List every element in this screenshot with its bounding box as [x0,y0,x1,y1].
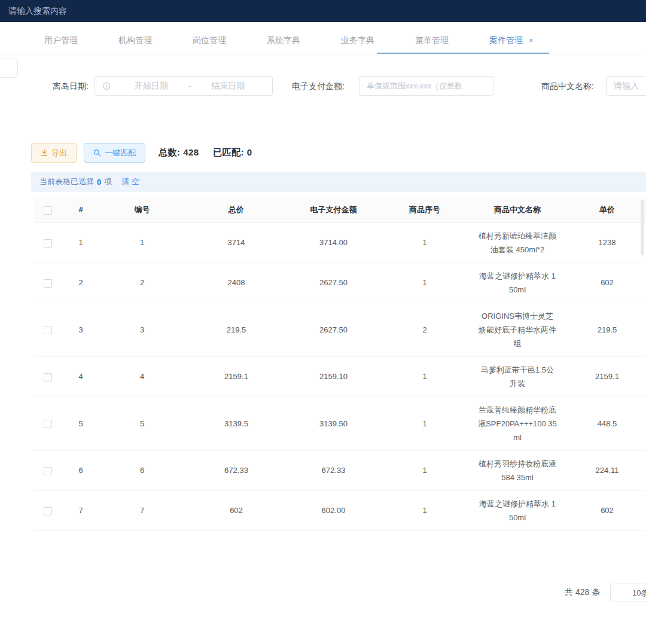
export-button-label: 导出 [51,148,67,158]
cell-total: 3714 [185,222,287,263]
cell-name: 兰蔻菁纯臻颜精华粉底液SPF20PA+++100 35ml [470,396,565,450]
cell-unit: 1238 [565,222,646,263]
cell-code: 2 [99,263,185,303]
tab-label: 业务字典 [341,35,374,45]
collapsed-panel-edge [0,59,18,78]
column-header: 商品中文名称 [470,197,565,222]
tab-bar: 用户管理机构管理岗位管理系统字典业务字典菜单管理案件管理× [0,27,646,54]
table-scrollbar[interactable] [641,200,644,535]
row-checkbox[interactable] [44,239,52,248]
cell-index: 1 [63,222,99,263]
end-date-input[interactable]: 结束日期 [191,81,265,91]
column-header: 编号 [99,197,185,222]
row-checkbox[interactable] [44,467,52,475]
cell-epay: 2627.50 [287,303,380,356]
cell-total: 602 [185,490,287,530]
cell-total: 219.5 [185,303,287,356]
tab-close-icon[interactable]: × [529,36,534,45]
cell-unit: 427.82 [565,530,646,541]
cell-seq: 1 [380,530,470,541]
table-row: 881283.471283.471卡诗菁纯亮泽经典香氛427.82 [33,530,646,541]
table-row: 66672.33672.331植村秀羽纱持妆粉底液 584 35ml224.11 [33,450,646,490]
cell-code: 7 [99,490,185,530]
cell-code: 5 [99,396,185,450]
search-icon [93,149,101,157]
tab-用户管理[interactable]: 用户管理 [24,27,98,54]
scrollbar-thumb[interactable] [641,200,644,255]
export-button[interactable]: 导出 [31,143,77,163]
cell-epay: 1283.47 [287,530,380,541]
row-checkbox[interactable] [44,420,52,428]
cell-epay: 2159.10 [287,356,380,396]
page-size-value: 10条/页 [632,588,646,599]
clear-selection-link[interactable]: 清空 [121,176,142,187]
cell-epay: 3714.00 [287,222,380,263]
cell-name: 植村秀羽纱持妆粉底液 584 35ml [470,450,565,490]
row-checkbox[interactable] [44,507,52,515]
cell-index: 4 [63,356,99,396]
cell-epay: 602.00 [287,490,380,530]
epay-amount-input[interactable]: 单值或范围xxx-xxx（仅整数 [359,76,493,96]
tab-label: 机构管理 [118,35,152,45]
column-header: 单价 [565,197,646,222]
selection-count: 0 [97,178,101,187]
tab-label: 案件管理 [489,35,523,45]
table-row: 1137143714.001植村秀新琥珀臻萃洁颜油套装 450ml*21238 [33,222,646,263]
cell-index: 6 [63,450,99,490]
cell-seq: 1 [380,356,470,396]
cell-name: 海蓝之谜修护精萃水 150ml [470,263,565,303]
start-date-input[interactable]: 开始日期 [114,81,188,91]
cell-index: 2 [63,263,99,303]
download-icon [41,149,48,157]
cell-epay: 3139.50 [287,396,380,450]
tab-机构管理[interactable]: 机构管理 [98,27,172,54]
cell-unit: 448.5 [565,396,646,450]
tab-label: 菜单管理 [415,35,449,45]
cell-name: 海蓝之谜修护精萃水 150ml [470,490,565,530]
column-header: 总价 [185,197,287,222]
table-body: 1137143714.001植村秀新琥珀臻萃洁颜油套装 450ml*212382… [33,222,646,541]
tab-系统字典[interactable]: 系统字典 [246,27,321,54]
row-checkbox[interactable] [44,373,52,381]
cell-seq: 2 [380,303,470,356]
global-search-input[interactable]: 请输入搜索内容 [8,6,67,17]
table-row: 442159.12159.101马爹利蓝带干邑1.5公升装2159.1 [33,356,646,396]
one-click-match-button[interactable]: 一键匹配 [84,143,145,163]
row-checkbox[interactable] [44,279,52,288]
tab-label: 系统字典 [267,35,300,45]
data-table: #编号总价电子支付金额商品序号商品中文名称单价 1137143714.001植村… [33,197,646,541]
row-checkbox[interactable] [44,326,52,334]
cell-total: 3139.5 [185,396,287,450]
tab-菜单管理[interactable]: 菜单管理 [395,27,469,54]
cell-seq: 1 [380,396,470,450]
date-range-picker[interactable]: 开始日期 - 结束日期 [95,76,273,96]
selection-suffix: 项 [104,176,112,187]
select-all-checkbox[interactable] [44,206,52,215]
active-tab-underline [377,53,549,54]
table-row: 33219.52627.502ORIGINS韦博士灵芝焕能好底子精华水两件组21… [33,303,646,356]
column-header: # [63,197,99,222]
cell-code: 8 [99,530,185,541]
tab-岗位管理[interactable]: 岗位管理 [172,27,246,54]
cell-index: 8 [63,530,99,541]
cell-code: 4 [99,356,185,396]
clock-icon [102,82,111,90]
cell-index: 5 [63,396,99,450]
date-filter-label: 离岛日期: [53,81,89,92]
matched-value: 0 [247,147,252,157]
table-row: 77602602.001海蓝之谜修护精萃水 150ml602 [33,490,646,530]
selection-prefix: 当前表格已选择 [39,176,94,187]
tab-案件管理[interactable]: 案件管理× [469,27,554,54]
cell-unit: 602 [565,490,646,530]
matched-label: 已匹配: [213,147,244,157]
product-name-input[interactable]: 请输入 [606,76,646,96]
page-size-select[interactable]: 10条/页 [610,584,646,602]
column-header: 商品序号 [380,197,470,222]
cell-name: 植村秀新琥珀臻萃洁颜油套装 450ml*2 [470,222,565,263]
table-row: 553139.53139.501兰蔻菁纯臻颜精华粉底液SPF20PA+++100… [33,396,646,450]
cell-unit: 2159.1 [565,356,646,396]
product-name-label: 商品中文名称: [541,81,594,92]
table-row: 2224082627.501海蓝之谜修护精萃水 150ml602 [33,263,646,303]
cell-total: 672.33 [185,450,287,490]
tab-业务字典[interactable]: 业务字典 [321,27,395,54]
